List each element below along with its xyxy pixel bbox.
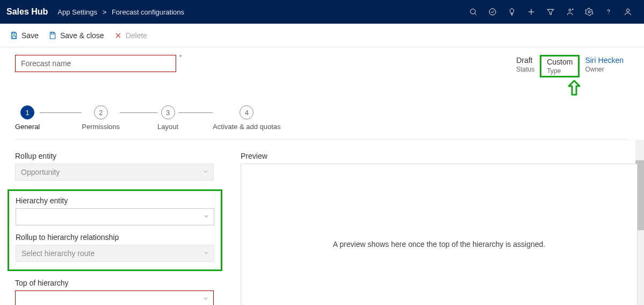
meta-owner-value[interactable]: Siri Hecken <box>585 56 624 65</box>
meta-type: Custom Type <box>540 55 580 77</box>
chevron-down-icon <box>202 168 209 176</box>
meta-type-label: Type <box>547 67 573 75</box>
rollup-entity-label: Rollup entity <box>15 152 230 160</box>
hierarchy-entity-select[interactable] <box>16 208 214 225</box>
top-nav-bar: Sales Hub App Settings > Forecast config… <box>0 0 644 24</box>
search-icon[interactable] <box>464 0 483 24</box>
svg-rect-14 <box>51 32 54 34</box>
save-close-label: Save & close <box>60 31 104 40</box>
form-left-column: Rollup entity Opportunity Hierarchy enti… <box>15 152 230 305</box>
save-button[interactable]: Save <box>10 31 39 40</box>
meta-status-value: Draft <box>516 56 534 65</box>
settings-icon[interactable] <box>580 0 599 24</box>
svg-point-2 <box>489 9 496 15</box>
breadcrumb: App Settings > Forecast configurations <box>57 8 184 16</box>
forecast-name-input[interactable] <box>15 55 176 72</box>
breadcrumb-current: Forecast configurations <box>112 8 184 16</box>
top-of-hierarchy-label: Top of hierarchy <box>15 279 230 287</box>
form-body: Rollup entity Opportunity Hierarchy enti… <box>0 140 644 305</box>
save-icon <box>10 31 18 40</box>
field-rollup-relationship: Rollup to hierarchy relationship Select … <box>16 233 214 262</box>
save-label: Save <box>21 31 39 40</box>
chevron-down-icon <box>202 295 209 303</box>
step-activate[interactable]: 4 Activate & add quotas <box>213 105 280 131</box>
wizard-stepper: 1 General 2 Permissions 3 Layout 4 Activ… <box>0 96 644 136</box>
rollup-entity-select[interactable]: Opportunity <box>15 164 214 181</box>
hierarchy-entity-label: Hierarchy entity <box>16 196 214 205</box>
svg-rect-13 <box>12 36 15 38</box>
meta-status: Draft Status <box>511 55 540 77</box>
rollup-entity-value: Opportunity <box>21 168 60 176</box>
svg-point-11 <box>626 9 629 12</box>
rollup-relationship-label: Rollup to hierarchy relationship <box>16 233 214 242</box>
svg-marker-5 <box>547 9 554 15</box>
save-close-icon <box>48 31 57 40</box>
svg-point-0 <box>471 9 475 14</box>
meta-type-value: Custom <box>547 58 573 66</box>
header-meta: Draft Status Custom Type Siri Hecken Own… <box>511 55 629 77</box>
field-hierarchy-entity: Hierarchy entity <box>16 196 214 225</box>
rollup-relationship-placeholder: Select hierarchy route <box>21 249 95 258</box>
svg-point-9 <box>588 11 590 13</box>
preview-empty-text: A preview shows here once the top of the… <box>333 240 545 249</box>
svg-rect-12 <box>12 32 15 34</box>
step-general[interactable]: 1 General <box>15 105 40 131</box>
svg-line-1 <box>475 13 476 15</box>
meta-owner: Siri Hecken Owner <box>580 55 629 77</box>
lightbulb-icon[interactable] <box>502 0 522 24</box>
save-close-button[interactable]: Save & close <box>48 31 104 40</box>
step-permissions[interactable]: 2 Permissions <box>82 105 120 131</box>
breadcrumb-parent[interactable]: App Settings <box>57 8 97 16</box>
highlight-arrow-icon <box>567 80 582 96</box>
add-icon[interactable] <box>522 0 541 24</box>
breadcrumb-separator: > <box>103 8 107 16</box>
command-bar: Save Save & close Delete <box>0 24 644 47</box>
meta-status-label: Status <box>516 66 534 73</box>
step-layout[interactable]: 3 Layout <box>157 105 178 131</box>
svg-point-10 <box>608 13 609 14</box>
delete-label: Delete <box>126 31 147 40</box>
preview-panel: Preview A preview shows here once the to… <box>241 152 638 305</box>
preview-box: A preview shows here once the top of the… <box>241 164 638 305</box>
delete-button[interactable]: Delete <box>114 31 147 40</box>
chevron-down-icon <box>203 249 209 258</box>
help-icon[interactable] <box>599 0 618 24</box>
assistant-icon[interactable] <box>560 0 580 24</box>
meta-owner-label: Owner <box>585 66 624 73</box>
svg-point-6 <box>569 9 571 11</box>
filter-icon[interactable] <box>541 0 560 24</box>
field-rollup-entity: Rollup entity Opportunity <box>15 152 230 181</box>
chevron-down-icon <box>203 212 209 221</box>
task-icon[interactable] <box>483 0 502 24</box>
rollup-relationship-select[interactable]: Select hierarchy route <box>16 245 214 262</box>
top-of-hierarchy-select[interactable] <box>15 290 214 305</box>
form-header: * Draft Status Custom Type Siri Hecken O… <box>0 47 644 77</box>
app-brand: Sales Hub <box>6 7 48 17</box>
preview-label: Preview <box>241 152 638 160</box>
highlighted-group: Hierarchy entity Rollup to hierarchy rel… <box>8 189 222 271</box>
required-indicator: * <box>179 54 182 60</box>
account-icon[interactable] <box>618 0 638 24</box>
field-top-of-hierarchy: Top of hierarchy <box>15 279 230 305</box>
delete-icon <box>114 31 122 40</box>
